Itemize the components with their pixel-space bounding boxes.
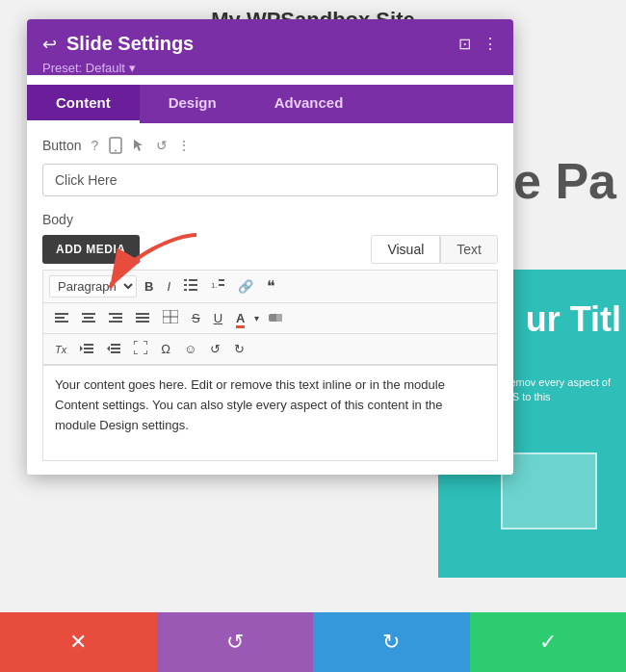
outdent-icon	[107, 344, 120, 353]
ul-icon	[184, 279, 197, 291]
svg-rect-22	[136, 317, 149, 319]
svg-rect-5	[184, 284, 187, 286]
editor-content[interactable]: Your content goes here. Edit or remove t…	[42, 365, 498, 461]
undo-button[interactable]: ↺	[157, 612, 314, 672]
toolbar-row-1: Paragraph B I 1.	[43, 271, 497, 303]
body-section: Body ADD MEDIA Visual Text	[42, 212, 498, 461]
cursor-svg	[133, 139, 146, 152]
svg-rect-23	[136, 321, 149, 323]
tab-visual[interactable]: Visual	[371, 235, 440, 264]
justify-button[interactable]	[130, 308, 155, 328]
emoji-button[interactable]: ☺	[178, 339, 202, 359]
back-button[interactable]: ↩	[42, 34, 57, 55]
toolbar-row-2: S U A ▾	[43, 303, 497, 334]
button-section-header: Button ? ↺ ⋮	[42, 137, 498, 154]
eraser-button[interactable]	[263, 308, 288, 328]
add-media-button[interactable]: ADD MEDIA	[42, 235, 140, 264]
svg-rect-13	[55, 317, 65, 319]
blockquote-button[interactable]: ❝	[261, 274, 281, 298]
font-color-arrow[interactable]: ▾	[252, 313, 261, 323]
cursor-tool-icon[interactable]	[133, 139, 146, 152]
align-right-icon	[109, 313, 122, 323]
button-text-input[interactable]	[42, 164, 498, 196]
italic-button[interactable]: I	[161, 276, 176, 297]
svg-rect-33	[111, 348, 120, 349]
more-small-icon[interactable]: ⋮	[177, 138, 191, 153]
tab-advanced[interactable]: Advanced	[246, 85, 373, 123]
align-left-button[interactable]	[49, 308, 74, 328]
svg-rect-20	[109, 321, 122, 323]
header-top-row: ↩ Slide Settings ⊡ ⋮	[42, 33, 498, 55]
indent-button[interactable]	[74, 339, 99, 359]
header-left: ↩ Slide Settings	[42, 33, 194, 55]
svg-rect-14	[55, 321, 68, 323]
align-center-button[interactable]	[76, 308, 101, 328]
svg-rect-8	[189, 289, 197, 291]
outdent-button[interactable]	[101, 339, 126, 359]
mobile-svg	[108, 137, 123, 154]
align-right-button[interactable]	[103, 308, 128, 328]
align-left-icon	[55, 313, 68, 323]
redo-toolbar-button[interactable]: ↻	[228, 339, 250, 359]
align-center-icon	[82, 313, 95, 323]
panel-tabs: Content Design Advanced	[27, 85, 513, 123]
font-color-button[interactable]: A	[230, 308, 250, 328]
toolbar-row-3: Tx	[43, 334, 497, 365]
panel-header: ↩ Slide Settings ⊡ ⋮ Preset: Default ▾	[27, 19, 513, 75]
eraser-icon	[269, 311, 282, 323]
button-label: Button	[42, 138, 81, 153]
table-button[interactable]	[157, 307, 184, 329]
link-button[interactable]: 🔗	[232, 276, 259, 297]
svg-rect-11	[219, 284, 224, 286]
header-right: ⊡ ⋮	[458, 35, 498, 53]
svg-rect-29	[84, 344, 93, 346]
ordered-list-button[interactable]: 1.	[205, 276, 230, 297]
svg-rect-18	[109, 313, 122, 315]
indent-icon	[80, 344, 93, 353]
paragraph-select[interactable]: Paragraph	[49, 275, 137, 297]
action-bar: ✕ ↺ ↻ ✓	[0, 612, 626, 672]
ol-icon: 1.	[211, 279, 224, 291]
svg-rect-16	[84, 317, 93, 319]
slide-settings-panel: ↩ Slide Settings ⊡ ⋮ Preset: Default ▾ C…	[27, 19, 513, 475]
undo-toolbar-button[interactable]: ↺	[204, 339, 226, 359]
bg-white-box	[501, 452, 597, 530]
more-icon[interactable]: ⋮	[483, 35, 498, 53]
svg-rect-7	[184, 289, 187, 291]
screenshot-icon[interactable]: ⊡	[458, 35, 471, 53]
svg-rect-32	[111, 344, 120, 346]
underline-button[interactable]: U	[208, 308, 228, 328]
table-icon	[163, 310, 178, 323]
bg-teal-title: ur Titl	[526, 298, 621, 340]
fullscreen-button[interactable]	[128, 338, 153, 360]
bold-button[interactable]: B	[139, 276, 159, 297]
undo-small-icon[interactable]: ↺	[156, 138, 168, 153]
tab-content[interactable]: Content	[27, 85, 140, 123]
panel-title: Slide Settings	[66, 33, 194, 55]
help-icon[interactable]: ?	[91, 138, 98, 153]
svg-rect-17	[82, 321, 95, 323]
panel-body: Button ? ↺ ⋮ Body ADD MEDIA	[27, 123, 513, 475]
svg-rect-19	[113, 317, 122, 319]
svg-rect-21	[136, 313, 149, 315]
svg-rect-4	[189, 279, 197, 281]
svg-rect-31	[84, 351, 93, 353]
tab-design[interactable]: Design	[140, 85, 246, 123]
preset-label[interactable]: Preset: Default ▾	[42, 61, 498, 75]
redo-button[interactable]: ↻	[313, 612, 470, 672]
editor-top-row: ADD MEDIA Visual Text	[42, 235, 498, 264]
svg-rect-6	[189, 284, 197, 286]
fullscreen-icon	[134, 341, 147, 354]
tab-text[interactable]: Text	[440, 235, 498, 264]
unordered-list-button[interactable]	[178, 276, 203, 297]
svg-rect-12	[55, 313, 68, 315]
svg-rect-30	[84, 348, 93, 349]
cancel-button[interactable]: ✕	[0, 612, 157, 672]
confirm-button[interactable]: ✓	[470, 612, 627, 672]
omega-button[interactable]: Ω	[155, 339, 176, 359]
mobile-icon[interactable]	[108, 137, 123, 154]
tx-button[interactable]: Tx	[49, 341, 72, 358]
strikethrough-button[interactable]: S	[186, 308, 206, 328]
svg-rect-34	[111, 351, 120, 353]
editor-toolbar: Paragraph B I 1.	[42, 270, 498, 365]
